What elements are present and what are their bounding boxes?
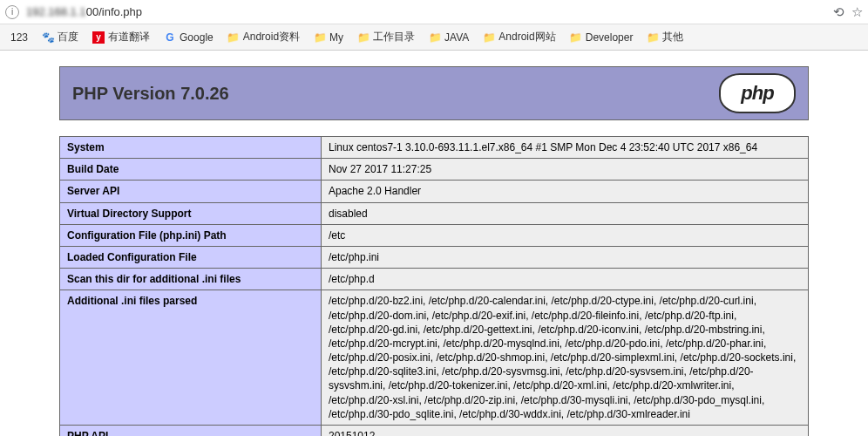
table-row: Scan this dir for additional .ini files/… bbox=[60, 269, 809, 290]
table-row: Virtual Directory Supportdisabled bbox=[60, 202, 809, 224]
folder-icon: 📁 bbox=[429, 31, 441, 44]
info-value: /etc/php.ini bbox=[322, 246, 809, 268]
table-row: Configuration File (php.ini) Path/etc bbox=[60, 224, 809, 246]
page-info-icon[interactable]: i bbox=[5, 5, 19, 19]
info-key: Build Date bbox=[60, 159, 322, 181]
info-value: /etc/php.d/20-bz2.ini, /etc/php.d/20-cal… bbox=[322, 290, 809, 426]
info-key: System bbox=[60, 137, 322, 159]
folder-icon: 📁 bbox=[570, 31, 582, 44]
php-logo-icon: php bbox=[719, 73, 796, 113]
bookmark-android-docs[interactable]: 📁Android资料 bbox=[222, 28, 305, 46]
bookmark-123[interactable]: 123 bbox=[5, 30, 33, 45]
google-icon: G bbox=[164, 31, 176, 44]
bookmark-android-sites[interactable]: 📁Android网站 bbox=[478, 28, 560, 46]
table-row: Additional .ini files parsed/etc/php.d/2… bbox=[60, 290, 809, 426]
translate-icon[interactable]: ⟲ bbox=[833, 4, 844, 20]
bookmark-my[interactable]: 📁My bbox=[309, 30, 349, 45]
baidu-icon: 🐾 bbox=[42, 31, 54, 44]
info-key: Configuration File (php.ini) Path bbox=[60, 224, 322, 246]
folder-icon: 📁 bbox=[227, 31, 240, 44]
folder-icon: 📁 bbox=[647, 31, 659, 44]
bookmarks-bar: 123 🐾百度 y有道翻译 GGoogle 📁Android资料 📁My 📁工作… bbox=[0, 24, 868, 51]
info-value: /etc/php.d bbox=[322, 269, 809, 290]
table-row: Build DateNov 27 2017 11:27:25 bbox=[60, 159, 809, 181]
info-key: Virtual Directory Support bbox=[60, 202, 322, 224]
bookmark-google[interactable]: GGoogle bbox=[159, 30, 219, 45]
info-value: 20151012 bbox=[322, 426, 809, 437]
page-content: PHP Version 7.0.26 php SystemLinux cento… bbox=[0, 66, 868, 436]
address-bar[interactable]: i 192.168.1.100/info.php ⟲ ☆ bbox=[0, 0, 868, 24]
info-value: disabled bbox=[322, 202, 809, 224]
php-version-title: PHP Version 7.0.26 bbox=[72, 84, 229, 104]
info-value: Apache 2.0 Handler bbox=[322, 181, 809, 202]
bookmark-workdir[interactable]: 📁工作目录 bbox=[352, 28, 420, 46]
folder-icon: 📁 bbox=[483, 31, 495, 44]
url-display: 192.168.1.100/info.php bbox=[26, 5, 833, 18]
table-row: SystemLinux centos7-1 3.10.0-693.11.1.el… bbox=[60, 137, 809, 159]
info-value: Linux centos7-1 3.10.0-693.11.1.el7.x86_… bbox=[322, 137, 809, 159]
info-value: /etc bbox=[322, 224, 809, 246]
bookmark-java[interactable]: 📁JAVA bbox=[424, 30, 474, 45]
phpinfo-container: PHP Version 7.0.26 php SystemLinux cento… bbox=[59, 66, 809, 436]
phpinfo-header: PHP Version 7.0.26 php bbox=[59, 66, 809, 120]
phpinfo-table: SystemLinux centos7-1 3.10.0-693.11.1.el… bbox=[59, 136, 809, 436]
table-row: PHP API20151012 bbox=[60, 426, 809, 437]
info-key: Scan this dir for additional .ini files bbox=[60, 269, 322, 290]
bookmark-baidu[interactable]: 🐾百度 bbox=[37, 28, 84, 46]
table-row: Loaded Configuration File/etc/php.ini bbox=[60, 246, 809, 268]
info-key: Additional .ini files parsed bbox=[60, 290, 322, 426]
bookmark-youdao[interactable]: y有道翻译 bbox=[87, 28, 155, 46]
info-value: Nov 27 2017 11:27:25 bbox=[322, 159, 809, 181]
folder-icon: 📁 bbox=[314, 31, 326, 44]
bookmark-developer[interactable]: 📁Developer bbox=[565, 30, 639, 45]
info-key: Server API bbox=[60, 181, 322, 202]
folder-icon: 📁 bbox=[357, 31, 370, 44]
bookmark-other[interactable]: 📁其他 bbox=[641, 28, 688, 46]
table-row: Server APIApache 2.0 Handler bbox=[60, 181, 809, 202]
star-icon[interactable]: ☆ bbox=[851, 4, 863, 20]
url-blurred-host: 192.168.1.1 bbox=[26, 5, 86, 18]
info-key: PHP API bbox=[60, 426, 322, 437]
youdao-icon: y bbox=[92, 31, 105, 44]
info-key: Loaded Configuration File bbox=[60, 246, 322, 268]
